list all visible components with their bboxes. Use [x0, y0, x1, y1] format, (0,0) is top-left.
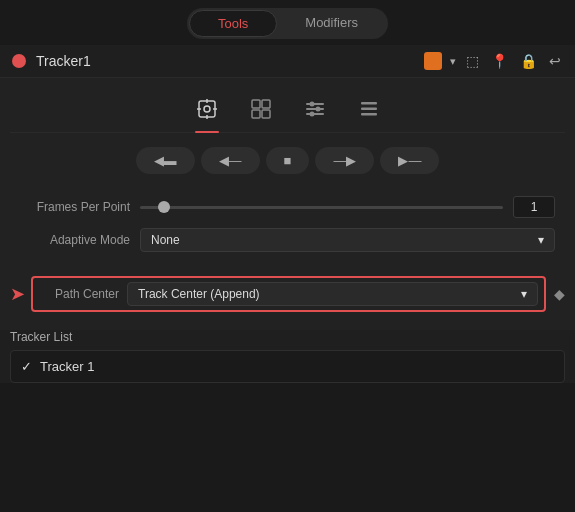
- go-start-button[interactable]: ◀▬: [136, 147, 195, 174]
- svg-rect-9: [262, 110, 270, 118]
- pin-icon[interactable]: 📍: [489, 51, 510, 71]
- tracker-title: Tracker1: [36, 53, 424, 69]
- svg-rect-8: [252, 110, 260, 118]
- tab-bar: Tools Modifiers: [0, 0, 575, 45]
- frames-per-point-row: Frames Per Point: [20, 196, 555, 218]
- path-center-value: Track Center (Append): [138, 287, 521, 301]
- svg-point-1: [204, 106, 210, 112]
- color-swatch[interactable]: [424, 52, 442, 70]
- stop-button[interactable]: ■: [266, 147, 310, 174]
- svg-rect-11: [306, 108, 324, 110]
- frames-per-point-slider-container: [140, 196, 555, 218]
- frames-per-point-slider[interactable]: [140, 206, 503, 209]
- svg-point-14: [315, 107, 320, 112]
- diamond-icon[interactable]: ◆: [554, 286, 565, 302]
- toolbar-track-icon[interactable]: [190, 94, 224, 128]
- path-center-section: ➤ Path Center Track Center (Append) ▾ ◆: [0, 276, 575, 330]
- tracker-checkmark-icon: ✓: [21, 359, 32, 374]
- svg-rect-16: [361, 102, 377, 105]
- path-center-row: ➤ Path Center Track Center (Append) ▾ ◆: [10, 276, 565, 312]
- toolbar-settings-icon[interactable]: [352, 94, 386, 128]
- frames-per-point-input[interactable]: [513, 196, 555, 218]
- adaptive-mode-chevron-icon: ▾: [538, 233, 544, 247]
- adaptive-mode-label: Adaptive Mode: [20, 233, 130, 247]
- main-panel: ◀▬ ◀— ■ —▶ ▶— Frames Per Point Adaptive …: [0, 78, 575, 276]
- frames-per-point-label: Frames Per Point: [20, 200, 130, 214]
- tracker-list-title: Tracker List: [10, 330, 565, 344]
- tracker-list-section: Tracker List ✓ Tracker 1: [0, 330, 575, 383]
- header-icons: ▾ ⬚ 📍 🔒 ↩: [424, 51, 563, 71]
- svg-rect-18: [361, 113, 377, 116]
- svg-rect-6: [252, 100, 260, 108]
- next-frame-button[interactable]: —▶: [315, 147, 374, 174]
- tab-container: Tools Modifiers: [187, 8, 388, 39]
- toolbar-adjust-icon[interactable]: [298, 94, 332, 128]
- path-center-label: Path Center: [39, 287, 119, 301]
- svg-point-13: [309, 102, 314, 107]
- swatch-chevron-icon[interactable]: ▾: [450, 55, 456, 68]
- path-center-inner: Path Center Track Center (Append) ▾: [31, 276, 546, 312]
- lock-icon[interactable]: 🔒: [518, 51, 539, 71]
- window-icon[interactable]: ⬚: [464, 51, 481, 71]
- tab-tools[interactable]: Tools: [189, 10, 277, 37]
- svg-point-15: [309, 112, 314, 117]
- prev-frame-button[interactable]: ◀—: [201, 147, 260, 174]
- header-dot: [12, 54, 26, 68]
- adaptive-mode-value: None: [151, 233, 538, 247]
- playback-controls: ◀▬ ◀— ■ —▶ ▶—: [10, 141, 565, 180]
- tracker-item-label: Tracker 1: [40, 359, 94, 374]
- svg-rect-17: [361, 108, 377, 111]
- list-item[interactable]: ✓ Tracker 1: [21, 359, 554, 374]
- svg-rect-10: [306, 103, 324, 105]
- icon-toolbar: [10, 86, 565, 133]
- go-end-button[interactable]: ▶—: [380, 147, 439, 174]
- svg-rect-0: [199, 101, 215, 117]
- settings-section: Frames Per Point Adaptive Mode None ▾: [10, 190, 565, 268]
- arrow-indicator-icon: ➤: [10, 283, 25, 305]
- svg-rect-7: [262, 100, 270, 108]
- path-center-dropdown[interactable]: Track Center (Append) ▾: [127, 282, 538, 306]
- adaptive-mode-dropdown[interactable]: None ▾: [140, 228, 555, 252]
- slider-thumb[interactable]: [158, 201, 170, 213]
- svg-rect-12: [306, 113, 324, 115]
- header-row: Tracker1 ▾ ⬚ 📍 🔒 ↩: [0, 45, 575, 78]
- adaptive-mode-row: Adaptive Mode None ▾: [20, 228, 555, 252]
- toolbar-layout-icon[interactable]: [244, 94, 278, 128]
- tab-modifiers[interactable]: Modifiers: [277, 10, 386, 37]
- path-center-chevron-icon: ▾: [521, 287, 527, 301]
- tracker-list-box: ✓ Tracker 1: [10, 350, 565, 383]
- undo-icon[interactable]: ↩: [547, 51, 563, 71]
